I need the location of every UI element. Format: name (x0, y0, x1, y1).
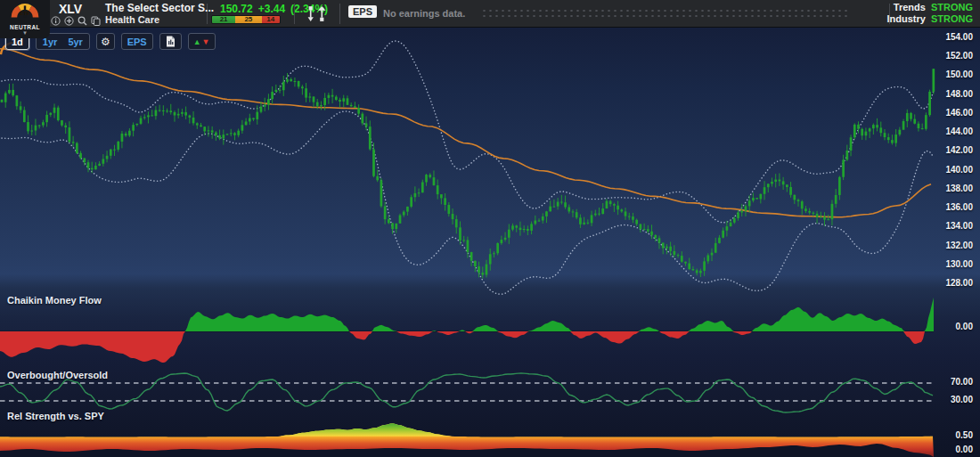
industry-label: Industry (887, 13, 926, 25)
last-price: 150.72 (220, 3, 253, 15)
trends-label: Trends (887, 2, 926, 13)
report-document-icon (166, 36, 176, 47)
symbol-tools (50, 15, 101, 26)
industry-value[interactable]: STRONG (931, 13, 973, 25)
signals-toggle-button[interactable]: ▲ ▼ (188, 33, 216, 50)
report-button[interactable] (159, 33, 182, 50)
bullish-count: 21 (212, 16, 235, 23)
divider (339, 4, 340, 24)
etf-rating-gauge-icon: ETF (7, 2, 43, 21)
buy-signal-icon: ▲ (193, 37, 201, 46)
sell-signal-icon: ▼ (202, 37, 210, 46)
dotted-filler (481, 8, 848, 20)
price-change: +3.44 (258, 3, 285, 15)
copy-compare-icon[interactable] (90, 15, 101, 26)
chaikin-analytics-chart-window: Chaikin Money Flow Overbought/Oversold R… (0, 0, 980, 457)
chart-settings-button[interactable]: ⚙ (96, 33, 115, 50)
app-header: XLV The Select Sector S... Health Care 1… (0, 0, 980, 28)
eps-badge: EPS (348, 5, 377, 18)
badge-caret-icon: ▾ (0, 30, 50, 35)
trends-value[interactable]: STRONG (931, 2, 973, 13)
info-icon[interactable] (50, 15, 61, 26)
ticker-symbol: XLV (59, 2, 82, 16)
gauge-rating-text: ETF (20, 11, 30, 16)
compare-swap-icon[interactable] (305, 4, 328, 27)
eps-toggle-button[interactable]: EPS (121, 33, 153, 50)
security-title: The Select Sector S... (105, 2, 214, 14)
security-industry: Health Care (105, 14, 159, 25)
add-to-list-icon[interactable] (63, 15, 74, 26)
bearish-count: 14 (262, 16, 280, 23)
divider (294, 4, 295, 24)
neutral-count: 25 (235, 16, 261, 23)
chart-canvas[interactable] (0, 27, 980, 457)
power-gauge-bar[interactable]: 21 25 14 (211, 15, 281, 24)
eps-message: No earnings data. (383, 8, 465, 19)
search-icon[interactable] (77, 15, 87, 26)
etf-rating-badge[interactable]: ETF NEUTRAL ▾ (0, 0, 50, 38)
ratings-summary: Trends STRONG Industry STRONG (887, 2, 973, 25)
range-5yr-button[interactable]: 5yr (63, 37, 87, 47)
